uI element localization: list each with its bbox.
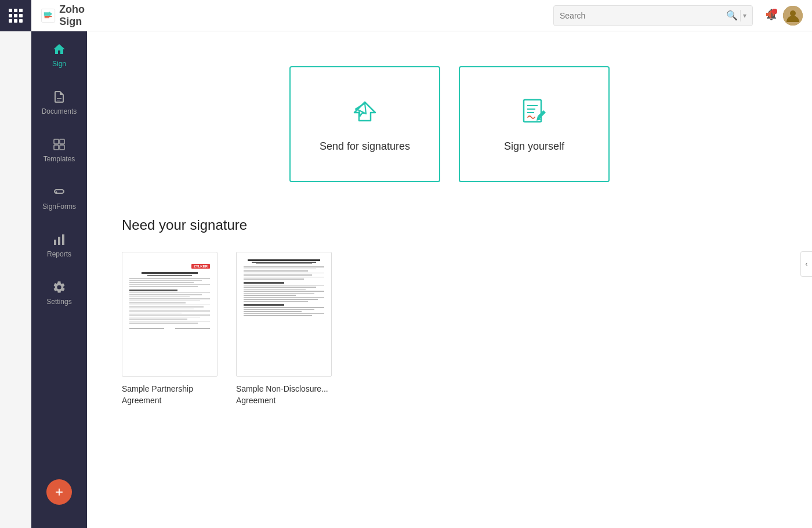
sidebar-settings-label: Settings [46, 298, 71, 306]
svg-rect-9 [60, 145, 64, 150]
sign-yourself-icon [518, 96, 550, 129]
send-signatures-label: Send for signatures [320, 140, 410, 153]
svg-point-5 [790, 10, 796, 16]
doc-name-1: Sample Partnership Agreement [122, 384, 217, 406]
sidebar-item-reports[interactable]: Reports [31, 222, 87, 269]
search-icon: 🔍 [726, 10, 738, 21]
logo: Zoho Sign [41, 3, 96, 28]
main-content: Send for signatures Sign yourself Need y… [87, 31, 812, 528]
sidebar: Sign Documents Templates SignForms [31, 0, 87, 528]
doc-name-2: Sample Non-Disclosure... Agreement [236, 384, 332, 406]
search-divider [740, 10, 741, 21]
section-title: Need your signature [122, 217, 777, 233]
sign-yourself-label: Sign yourself [504, 140, 564, 153]
logo-icon [41, 5, 56, 26]
logo-text: Zoho Sign [59, 3, 96, 28]
sidebar-sign-label: Sign [52, 60, 66, 68]
doc-thumbnail-1: ZYLKER [122, 252, 217, 377]
topbar-right: 🔍 ▾ [553, 5, 803, 26]
avatar[interactable] [783, 6, 803, 26]
send-signatures-card[interactable]: Send for signatures [289, 66, 440, 182]
sidebar-reports-label: Reports [47, 250, 71, 258]
action-cards: Send for signatures Sign yourself [122, 66, 777, 182]
fab-button[interactable]: + [46, 479, 72, 505]
svg-point-10 [56, 191, 57, 193]
collapse-sidebar-button[interactable]: ‹ [800, 251, 812, 277]
search-dropdown-arrow[interactable]: ▾ [743, 12, 746, 20]
doc-thumbnail-2 [236, 252, 332, 377]
sidebar-signforms-label: SignForms [42, 202, 76, 211]
sidebar-item-signforms[interactable]: SignForms [31, 174, 87, 222]
search-input[interactable] [560, 11, 726, 20]
list-item[interactable]: Sample Non-Disclosure... Agreement [236, 252, 332, 406]
sidebar-documents-label: Documents [42, 107, 77, 115]
svg-rect-12 [58, 237, 60, 245]
announcement-icon [764, 8, 778, 21]
topbar: Zoho Sign 🔍 ▾ [0, 0, 812, 31]
list-item[interactable]: ZYLKER [122, 252, 217, 406]
svg-rect-6 [54, 139, 59, 144]
svg-point-3 [773, 9, 777, 13]
document-list: ZYLKER [122, 252, 777, 406]
sidebar-item-settings[interactable]: Settings [31, 269, 87, 317]
fab-icon: + [55, 484, 63, 500]
grid-icon [9, 9, 23, 23]
sidebar-item-templates[interactable]: Templates [31, 126, 87, 174]
notification-icon[interactable] [764, 8, 778, 24]
sidebar-item-documents[interactable]: Documents [31, 79, 87, 126]
search-container: 🔍 ▾ [553, 5, 753, 26]
svg-rect-11 [54, 240, 56, 245]
svg-rect-7 [60, 139, 64, 144]
chevron-left-icon: ‹ [806, 260, 808, 268]
apps-grid-button[interactable] [0, 0, 31, 31]
sidebar-item-sign[interactable]: Sign [31, 31, 87, 79]
sidebar-templates-label: Templates [44, 155, 75, 163]
svg-rect-13 [62, 234, 64, 245]
send-signatures-icon [349, 96, 381, 129]
svg-rect-8 [54, 145, 59, 150]
sign-yourself-card[interactable]: Sign yourself [459, 66, 610, 182]
